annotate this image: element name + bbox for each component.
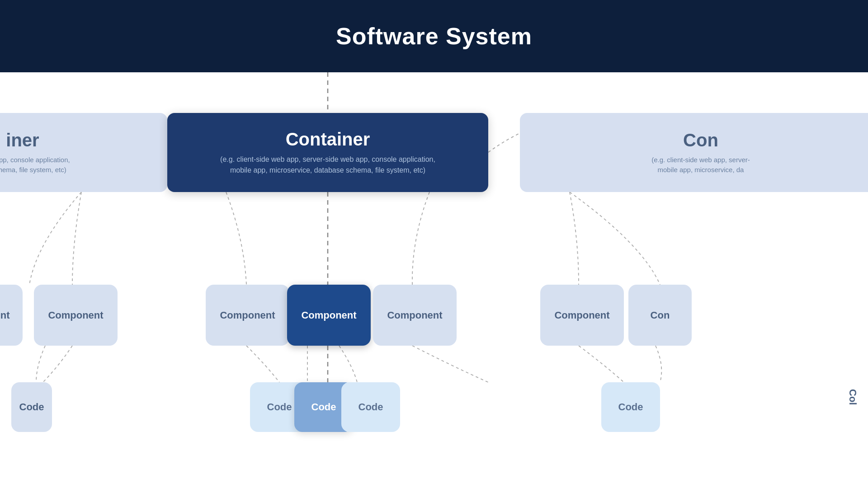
container-card-center: Container (e.g. client-side web app, ser… bbox=[167, 113, 488, 192]
code-box-5-label: Code bbox=[618, 401, 643, 413]
component-box-6-label: Component bbox=[554, 310, 609, 321]
container-card-left: iner e web app, console application,ase … bbox=[0, 113, 167, 192]
component-box-6: Component bbox=[540, 285, 624, 346]
component-box-active-label: Component bbox=[301, 310, 356, 321]
container-card-right: Con (e.g. client-side web app, server-mo… bbox=[520, 113, 868, 192]
code-box-2-label: Code bbox=[267, 401, 292, 413]
component-box-2: Component bbox=[34, 285, 118, 346]
component-box-3-label: Component bbox=[220, 310, 275, 321]
header: Software System bbox=[0, 0, 868, 72]
component-box-2-label: Component bbox=[48, 310, 103, 321]
diagram-area: iner e web app, console application,ase … bbox=[0, 72, 868, 488]
code-box-5: Code bbox=[601, 382, 660, 432]
container-card-left-desc: e web app, console application,ase schem… bbox=[0, 155, 70, 175]
component-partial-left1-label: ent bbox=[0, 310, 10, 321]
component-box-3: Component bbox=[206, 285, 289, 346]
code-partial-left: Code bbox=[11, 382, 52, 432]
container-card-title: Container bbox=[286, 129, 370, 150]
container-card-right-desc: (e.g. client-side web app, server-mobile… bbox=[651, 155, 750, 175]
page-title: Software System bbox=[336, 23, 532, 50]
code-box-4-label: Code bbox=[359, 401, 383, 413]
component-partial-right-label: Con bbox=[651, 310, 670, 321]
component-partial-right: Con bbox=[628, 285, 692, 346]
container-card-left-title: iner bbox=[6, 130, 39, 150]
right-edge-col: Col bbox=[837, 352, 868, 443]
component-partial-left1: ent bbox=[0, 285, 23, 346]
container-card-desc: (e.g. client-side web app, server-side w… bbox=[220, 154, 435, 176]
component-box-active: Component bbox=[287, 285, 371, 346]
right-edge-col-label: Col bbox=[847, 389, 859, 405]
code-box-4: Code bbox=[341, 382, 400, 432]
code-box-active-label: Code bbox=[311, 401, 336, 413]
container-card-right-title: Con bbox=[683, 130, 718, 150]
component-box-5-label: Component bbox=[387, 310, 442, 321]
code-partial-left-label: Code bbox=[19, 401, 44, 413]
component-box-5: Component bbox=[373, 285, 457, 346]
